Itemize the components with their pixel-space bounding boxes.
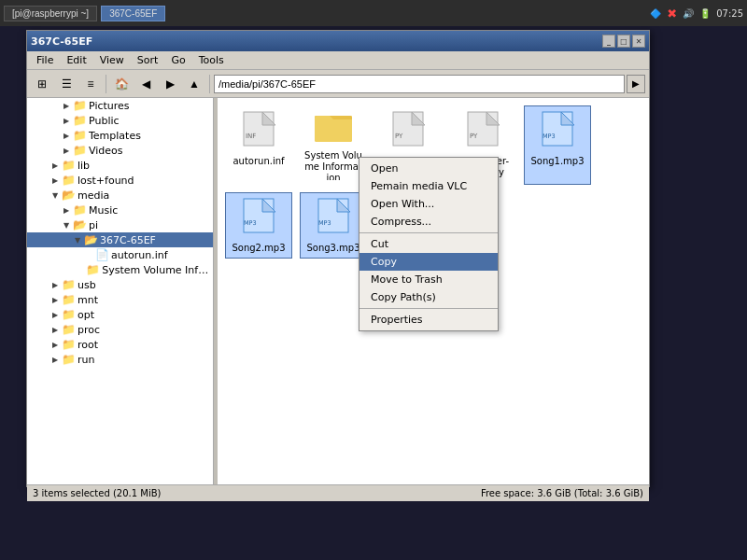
ctx-movetrash[interactable]: Move to Trash	[359, 271, 498, 288]
toggle-icon: ▶	[61, 130, 72, 141]
toolbar-sep-2	[209, 75, 210, 93]
sidebar-item-lib[interactable]: ▶ 📁 lib	[27, 158, 213, 173]
folder-icon: 📁	[85, 263, 100, 276]
sidebar-item-music[interactable]: ▶ 📁 Music	[27, 203, 213, 217]
toggle-icon: ▼	[72, 234, 83, 245]
mp3-file-icon: MP3	[317, 197, 350, 239]
taskbar-right: 🔷 ✖ 🔊 🔋 07:25	[650, 7, 743, 21]
sidebar-item-367C[interactable]: ▼ 📂 367C-65EF	[27, 232, 213, 247]
svg-text:MP3: MP3	[318, 219, 331, 227]
sidebar-item-media[interactable]: ▼ 📂 media	[27, 188, 213, 203]
toolbar-home-btn[interactable]: 🏠	[110, 73, 133, 95]
toggle-icon: ▶	[61, 100, 72, 111]
menu-sort[interactable]: Sort	[132, 52, 164, 68]
bluetooth-icon: 🔷	[650, 8, 661, 19]
minimize-button[interactable]: _	[602, 35, 615, 48]
ctx-sep-1	[359, 232, 498, 233]
file-label: Song2.mp3	[232, 243, 285, 254]
ctx-copypath[interactable]: Copy Path(s)	[359, 288, 498, 306]
sidebar-item-opt[interactable]: ▶ 📁 opt	[27, 307, 213, 322]
sidebar-item-run[interactable]: ▶ 📁 run	[27, 352, 213, 367]
folder-open-icon: 📂	[61, 189, 76, 202]
sidebar: ▶ 📁 Pictures ▶ 📁 Public ▶ 📁 Templates ▶ …	[27, 98, 214, 484]
sidebar-item-templates[interactable]: ▶ 📁 Templates	[27, 128, 213, 143]
folder-icon: 📁	[61, 353, 76, 366]
toolbar-icon-list[interactable]: ☰	[55, 73, 78, 95]
svg-text:PY: PY	[470, 133, 478, 140]
address-go-btn[interactable]: ▶	[627, 75, 645, 93]
menu-view[interactable]: View	[94, 52, 130, 68]
toggle-icon	[83, 249, 94, 260]
file-item-song2[interactable]: MP3 Song2.mp3	[225, 192, 292, 259]
sidebar-item-pictures[interactable]: ▶ 📁 Pictures	[27, 98, 213, 113]
toggle-icon: ▶	[61, 204, 72, 216]
file-item-autorun[interactable]: INF autorun.inf	[225, 105, 292, 185]
toggle-icon	[74, 264, 85, 275]
sidebar-item-videos[interactable]: ▶ 📁 Videos	[27, 143, 213, 158]
sidebar-label: lib	[76, 160, 90, 172]
toggle-icon: ▶	[49, 309, 61, 320]
close-button[interactable]: ✕	[632, 35, 645, 48]
sidebar-item-root[interactable]: ▶ 📁 root	[27, 337, 213, 352]
toolbar-forward-btn[interactable]: ▶	[159, 73, 181, 95]
status-freespace: Free space: 3.6 GiB (Total: 3.6 GiB)	[481, 488, 643, 498]
sidebar-item-autorun[interactable]: 📄 autorun.inf	[27, 247, 213, 262]
ctx-open[interactable]: Open	[359, 160, 498, 177]
menu-go[interactable]: Go	[165, 52, 190, 68]
sidebar-item-usb[interactable]: ▶ 📁 usb	[27, 277, 213, 292]
address-input[interactable]	[214, 75, 625, 93]
toggle-icon: ▶	[49, 160, 61, 171]
sidebar-label: Videos	[87, 145, 123, 157]
sidebar-item-lostfound[interactable]: ▶ 📁 lost+found	[27, 173, 213, 188]
volume-icon: 🔊	[683, 8, 694, 19]
sidebar-label: root	[76, 339, 98, 351]
sidebar-label: pi	[87, 219, 98, 231]
toolbar-icon-details[interactable]: ≡	[79, 73, 102, 95]
folder-icon: 📁	[72, 144, 87, 157]
folder-open-icon: 📂	[83, 233, 98, 246]
ctx-properties[interactable]: Properties	[359, 311, 498, 329]
folder-icon	[315, 110, 352, 147]
folder-icon: 📁	[61, 174, 76, 187]
ctx-copy[interactable]: Copy	[359, 253, 498, 271]
ctx-cut[interactable]: Cut	[359, 235, 498, 253]
file-item-song3[interactable]: MP3 Song3.mp3	[300, 192, 367, 259]
ctx-sep-2	[359, 308, 498, 309]
svg-rect-18	[318, 199, 348, 232]
menu-tools[interactable]: Tools	[193, 52, 230, 68]
sidebar-item-public[interactable]: ▶ 📁 Public	[27, 113, 213, 128]
taskbar-terminal-btn[interactable]: [pi@raspberrypi ~]	[4, 6, 97, 21]
toggle-icon: ▶	[49, 354, 61, 365]
svg-text:PY: PY	[395, 133, 403, 140]
sidebar-item-proc[interactable]: ▶ 📁 proc	[27, 322, 213, 337]
ctx-openwith[interactable]: Open With...	[359, 195, 498, 213]
sidebar-item-sysvolinfo[interactable]: 📁 System Volume Informa...	[27, 262, 213, 277]
taskbar-fm-btn[interactable]: 367C-65EF	[101, 6, 165, 21]
maximize-button[interactable]: □	[617, 35, 630, 48]
taskbar-left: [pi@raspberrypi ~] 367C-65EF	[4, 6, 165, 21]
toolbar-back-btn[interactable]: ◀	[134, 73, 157, 95]
toggle-icon: ▶	[61, 145, 72, 156]
sidebar-label: System Volume Informa...	[100, 264, 213, 276]
sidebar-label: opt	[76, 309, 94, 321]
file-label: autorun.inf	[233, 156, 284, 167]
file-label: Song3.mp3	[306, 243, 359, 254]
toolbar-icon-grid[interactable]: ⊞	[31, 73, 53, 95]
file-item-song1[interactable]: MP3 Song1.mp3	[524, 105, 591, 185]
ctx-compress[interactable]: Compress...	[359, 213, 498, 231]
taskbar: [pi@raspberrypi ~] 367C-65EF 🔷 ✖ 🔊 🔋 07:…	[0, 0, 747, 26]
sidebar-label: Public	[87, 115, 120, 127]
ctx-vlc[interactable]: Pemain media VLC	[359, 177, 498, 195]
toolbar-up-btn[interactable]: ▲	[183, 73, 205, 95]
menu-file[interactable]: File	[31, 52, 59, 68]
menu-edit[interactable]: Edit	[61, 52, 92, 68]
menubar: File Edit View Sort Go Tools	[27, 51, 649, 70]
sidebar-label: Templates	[87, 130, 141, 142]
sidebar-item-mnt[interactable]: ▶ 📁 mnt	[27, 292, 213, 307]
sidebar-item-pi[interactable]: ▼ 📂 pi	[27, 217, 213, 232]
file-item-sysvolinfo[interactable]: System Volume Information	[300, 105, 367, 185]
inf-file-icon: INF	[242, 110, 275, 152]
svg-rect-15	[244, 199, 274, 232]
sidebar-label: lost+found	[76, 175, 134, 187]
folder-icon: 📁	[72, 114, 87, 127]
